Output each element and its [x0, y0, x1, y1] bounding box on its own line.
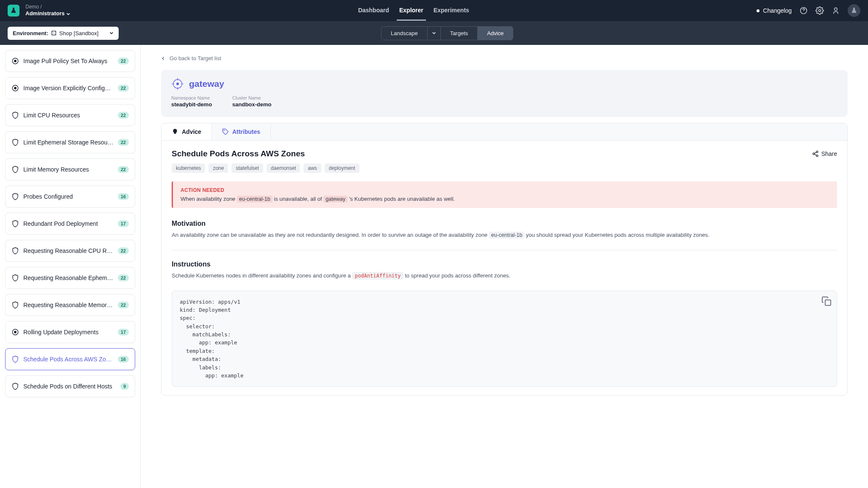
detail-tabs: Advice Attributes — [161, 123, 847, 141]
tag: kubernetes — [172, 164, 205, 173]
sidebar-advice-item[interactable]: Limit CPU Resources22 — [5, 104, 135, 126]
sidebar-advice-item[interactable]: Requesting Reasonable Memory Reso...22 — [5, 294, 135, 316]
app-logo[interactable] — [8, 5, 19, 17]
svg-point-9 — [14, 331, 17, 333]
advice-item-count: 22 — [118, 58, 129, 64]
tag-icon — [222, 128, 229, 135]
advice-item-count: 22 — [118, 85, 129, 92]
seg-landscape[interactable]: Landscape — [381, 26, 428, 40]
user-icon — [832, 6, 840, 15]
tag: deployment — [325, 164, 359, 173]
svg-rect-16 — [825, 300, 831, 305]
environment-selector[interactable]: Environment: Shop [Sandbox] — [8, 27, 119, 40]
svg-point-14 — [813, 153, 815, 155]
svg-point-5 — [14, 60, 17, 62]
breadcrumb-org: Demo / — [25, 4, 70, 11]
chevron-down-icon — [66, 12, 70, 16]
content: Go back to Target list gateway Namespace… — [141, 45, 868, 488]
meta-label: Cluster Name — [232, 95, 271, 100]
advice-item-count: 17 — [118, 329, 129, 336]
motivation-heading: Motivation — [172, 220, 837, 227]
sidebar-advice-item[interactable]: Limit Ephemeral Storage Resources22 — [5, 131, 135, 153]
advice-item-count: 16 — [118, 356, 129, 363]
sidebar-advice-item[interactable]: Schedule Pods on Different Hosts9 — [5, 375, 135, 397]
avatar[interactable] — [848, 4, 860, 17]
advice-sidebar[interactable]: Image Pull Policy Set To Always22Image V… — [0, 45, 141, 488]
sidebar-advice-item[interactable]: Rolling Update Deployments17 — [5, 321, 135, 343]
target-hero: gateway Namespace Namesteadybit-demoClus… — [161, 70, 848, 117]
top-nav: Demo / Administrators Dashboard Explorer… — [0, 0, 868, 21]
svg-point-2 — [835, 8, 837, 11]
advice-item-count: 22 — [118, 166, 129, 173]
seg-advice[interactable]: Advice — [478, 26, 513, 40]
meta-value: sandbox-demo — [232, 101, 271, 108]
meta-value: steadybit-demo — [171, 101, 212, 108]
advice-item-count: 22 — [118, 139, 129, 146]
advice-item-label: Requesting Reasonable Memory Reso... — [23, 302, 114, 308]
seg-targets[interactable]: Targets — [441, 26, 478, 40]
sidebar-advice-item[interactable]: Probes Configured16 — [5, 186, 135, 208]
instructions-heading: Instructions — [172, 261, 837, 268]
meta-item: Namespace Namesteadybit-demo — [171, 95, 212, 108]
user-button[interactable] — [832, 6, 840, 15]
svg-point-13 — [816, 151, 818, 152]
help-icon — [799, 6, 808, 15]
advice-item-count: 22 — [118, 302, 129, 308]
tag: statefulset — [231, 164, 263, 173]
share-icon — [812, 150, 819, 157]
sidebar-advice-item[interactable]: Requesting Reasonable CPU Resourc...22 — [5, 240, 135, 262]
chevron-down-icon — [109, 31, 114, 35]
sidebar-advice-item[interactable]: Redundant Pod Deployment17 — [5, 213, 135, 235]
breadcrumb-team: Administrators — [25, 10, 64, 17]
detail-panel: Advice Attributes Schedule Pods Across A… — [161, 123, 848, 396]
nav-experiments[interactable]: Experiments — [431, 1, 472, 21]
main: Image Pull Policy Set To Always22Image V… — [0, 45, 868, 488]
back-link[interactable]: Go back to Target list — [161, 55, 848, 61]
target-icon — [171, 78, 184, 90]
changelog-link[interactable]: Changelog — [757, 7, 792, 14]
alert-body: When availability zone eu-central-1b is … — [181, 196, 829, 202]
chevron-down-icon — [432, 31, 436, 35]
advice-item-count: 17 — [118, 220, 129, 227]
sidebar-advice-item[interactable]: Image Version Explicitly Configured22 — [5, 77, 135, 99]
sidebar-advice-item[interactable]: Requesting Reasonable Ephemeral Sto...22 — [5, 267, 135, 289]
svg-point-15 — [816, 155, 818, 157]
motivation-section: Motivation An availability zone can be u… — [172, 220, 837, 240]
dot-indicator-icon — [757, 9, 760, 12]
motivation-text: An availability zone can be unavailable … — [172, 231, 837, 240]
breadcrumb[interactable]: Demo / Administrators — [25, 4, 70, 17]
help-button[interactable] — [799, 6, 808, 15]
code-block: apiVersion: apps/v1 kind: Deployment spe… — [172, 291, 837, 387]
nav-explorer[interactable]: Explorer — [397, 1, 426, 21]
tag: aws — [303, 164, 321, 173]
meta-label: Namespace Name — [171, 95, 212, 100]
seg-landscape-dropdown[interactable] — [428, 26, 441, 40]
advice-item-label: Limit Ephemeral Storage Resources — [23, 139, 114, 146]
advice-item-label: Image Version Explicitly Configured — [23, 85, 114, 92]
env-label: Environment: — [13, 30, 48, 36]
nav-dashboard[interactable]: Dashboard — [356, 1, 392, 21]
advice-item-label: Requesting Reasonable CPU Resourc... — [23, 247, 114, 254]
tab-attributes[interactable]: Attributes — [212, 123, 271, 140]
box-icon — [51, 30, 57, 36]
flask-icon — [10, 7, 17, 14]
advice-item-count: 22 — [118, 247, 129, 254]
nav-tabs: Dashboard Explorer Experiments — [70, 1, 757, 21]
advice-item-count: 22 — [118, 274, 129, 281]
nav-right: Changelog — [757, 4, 860, 17]
tag: zone — [209, 164, 228, 173]
env-value: Shop [Sandbox] — [59, 30, 99, 36]
advice-item-label: Schedule Pods on Different Hosts — [23, 383, 116, 390]
advice-item-label: Requesting Reasonable Ephemeral Sto... — [23, 274, 114, 281]
copy-button[interactable] — [821, 296, 832, 306]
settings-button[interactable] — [815, 6, 824, 15]
instructions-text: Schedule Kubernetes nodes in different a… — [172, 272, 837, 280]
sidebar-advice-item[interactable]: Limit Memory Resources22 — [5, 158, 135, 180]
sidebar-advice-item[interactable]: Image Pull Policy Set To Always22 — [5, 50, 135, 72]
tag-row: kuberneteszonestatefulsetdaemonsetawsdep… — [172, 164, 837, 173]
sub-nav: Environment: Shop [Sandbox] Landscape Ta… — [0, 21, 868, 45]
advice-icon — [172, 128, 178, 135]
share-button[interactable]: Share — [812, 150, 837, 157]
tab-advice[interactable]: Advice — [161, 123, 212, 140]
sidebar-advice-item[interactable]: Schedule Pods Across AWS Zones16 — [5, 348, 135, 370]
